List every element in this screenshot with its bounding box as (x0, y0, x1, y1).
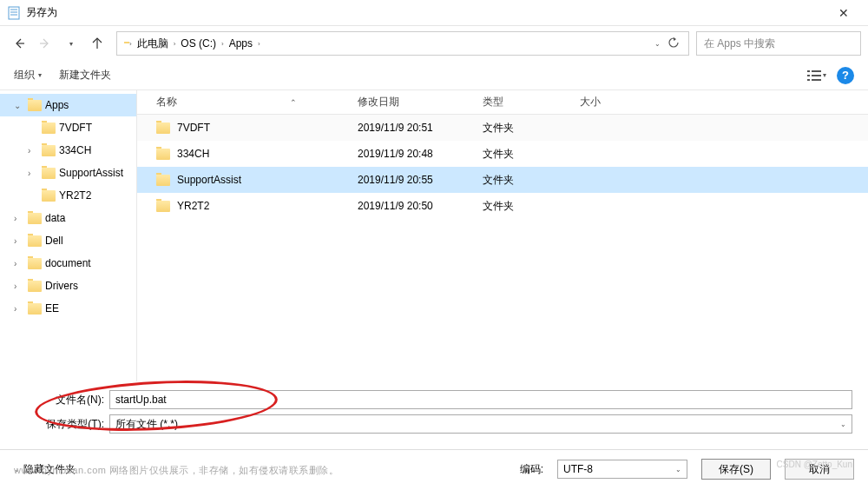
chevron-right-icon: › (221, 40, 224, 48)
filename-input[interactable]: startUp.bat (109, 390, 852, 409)
file-type: 文件夹 (483, 121, 580, 136)
encoding-select[interactable]: UTF-8⌄ (557, 460, 687, 479)
breadcrumb-item[interactable]: Apps (226, 37, 256, 50)
file-list: 名称⌃ 修改日期 类型 大小 7VDFT2019/11/9 20:51文件夹33… (137, 90, 868, 381)
new-folder-button[interactable]: 新建文件夹 (59, 68, 111, 83)
svg-rect-9 (807, 75, 810, 76)
list-row[interactable]: YR2T22019/11/9 20:50文件夹 (137, 193, 868, 219)
folder-icon (28, 213, 42, 224)
folder-icon (156, 175, 170, 186)
save-form: 文件名(N): startUp.bat 保存类型(T): 所有文件 (*.*)⌄ (0, 381, 868, 440)
tree-item[interactable]: YR2T2 (0, 184, 136, 207)
column-name[interactable]: 名称⌃ (137, 95, 358, 109)
tree-item[interactable]: ›334CH (0, 139, 136, 162)
svg-rect-12 (812, 79, 821, 81)
file-date: 2019/11/9 20:55 (358, 174, 483, 186)
tree-label: data (45, 212, 65, 224)
expander-icon[interactable]: › (14, 236, 24, 246)
tree-item[interactable]: ⌄Apps (0, 94, 136, 116)
file-type: 文件夹 (483, 147, 580, 162)
filetype-label: 保存类型(T): (16, 417, 109, 432)
organize-button[interactable]: 组织 ▾ (14, 68, 42, 83)
folder-icon (42, 145, 56, 156)
folder-icon (156, 201, 170, 212)
sort-ascending-icon: ⌃ (290, 98, 297, 107)
refresh-icon[interactable] (667, 36, 680, 51)
folder-icon (156, 122, 170, 134)
folder-icon (28, 235, 42, 247)
save-button[interactable]: 保存(S) (701, 459, 771, 480)
filetype-select[interactable]: 所有文件 (*.*)⌄ (109, 414, 852, 434)
list-row[interactable]: 7VDFT2019/11/9 20:51文件夹 (137, 115, 868, 141)
file-name: 334CH (177, 148, 209, 160)
forward-button[interactable] (33, 31, 57, 56)
folder-icon (42, 190, 56, 202)
folder-icon (42, 122, 56, 134)
tree-label: Apps (45, 99, 69, 111)
file-name: YR2T2 (177, 200, 209, 212)
encoding-label: 编码: (520, 462, 543, 477)
expander-icon[interactable]: › (14, 281, 24, 291)
folder-icon (28, 258, 42, 269)
svg-rect-7 (807, 70, 810, 72)
watermark-credit: CSDN @Zetto_Kun (777, 460, 852, 469)
column-date[interactable]: 修改日期 (358, 95, 483, 109)
tree-item[interactable]: ›document (0, 252, 136, 275)
file-type: 文件夹 (483, 173, 580, 188)
expander-icon[interactable]: › (28, 169, 38, 178)
breadcrumb[interactable]: › 此电脑 › OS (C:) › Apps › ⌄ (116, 31, 689, 56)
folder-tree: ⌄Apps7VDFT›334CH›SupportAssistYR2T2›data… (0, 90, 137, 381)
folder-icon (28, 100, 42, 111)
expander-icon[interactable]: ⌄ (14, 101, 24, 110)
toolbar: 组织 ▾ 新建文件夹 ▾ ? (0, 61, 868, 90)
expander-icon[interactable]: › (28, 146, 38, 156)
svg-rect-0 (9, 7, 19, 19)
tree-item[interactable]: ›data (0, 207, 136, 229)
titlebar: 另存为 ✕ (0, 0, 868, 26)
tree-label: EE (45, 302, 59, 315)
watermark: www.toymoban.com 网络图片仅供展示，非存储，如有侵权请联系删除。 (14, 464, 339, 477)
recent-dropdown[interactable]: ▾ (59, 31, 83, 56)
tree-item[interactable]: ›Dell (0, 229, 136, 252)
tree-label: document (45, 257, 91, 269)
window-title: 另存为 (26, 5, 826, 20)
expander-icon[interactable]: › (14, 214, 24, 223)
file-date: 2019/11/9 20:48 (358, 148, 483, 160)
chevron-right-icon: › (174, 40, 176, 48)
filename-label: 文件名(N): (16, 393, 109, 407)
tree-item[interactable]: ›SupportAssist (0, 162, 136, 184)
tree-label: SupportAssist (59, 167, 123, 179)
search-placeholder: 在 Apps 中搜索 (704, 36, 775, 51)
view-options-button[interactable]: ▾ (807, 70, 826, 82)
breadcrumb-item[interactable]: 此电脑 (134, 36, 172, 51)
up-button[interactable] (85, 31, 109, 56)
column-type[interactable]: 类型 (483, 95, 580, 109)
tree-label: Drivers (45, 280, 78, 292)
expander-icon[interactable]: › (14, 304, 24, 314)
search-input[interactable]: 在 Apps 中搜索 (696, 31, 861, 56)
column-size[interactable]: 大小 (580, 95, 667, 109)
navbar: ▾ › 此电脑 › OS (C:) › Apps › ⌄ 在 Apps 中搜索 (0, 26, 868, 61)
tree-item[interactable]: ›EE (0, 297, 136, 320)
tree-item[interactable]: ›Drivers (0, 275, 136, 297)
back-button[interactable] (7, 31, 31, 56)
list-row[interactable]: 334CH2019/11/9 20:48文件夹 (137, 141, 868, 167)
folder-icon (28, 303, 42, 315)
list-header: 名称⌃ 修改日期 类型 大小 (137, 90, 868, 115)
list-row[interactable]: SupportAssist2019/11/9 20:55文件夹 (137, 167, 868, 193)
chevron-right-icon: › (258, 40, 260, 48)
folder-icon (156, 149, 170, 160)
expander-icon[interactable]: › (14, 259, 24, 268)
file-date: 2019/11/9 20:50 (358, 200, 483, 212)
tree-item[interactable]: 7VDFT (0, 116, 136, 139)
folder-icon (42, 168, 56, 179)
breadcrumb-item[interactable]: OS (C:) (177, 37, 220, 50)
close-icon[interactable]: ✕ (826, 0, 861, 26)
chevron-down-icon[interactable]: ⌄ (654, 40, 661, 48)
svg-rect-10 (812, 75, 821, 76)
folder-icon (28, 281, 42, 292)
file-type: 文件夹 (483, 199, 580, 214)
chevron-down-icon: ⌄ (675, 466, 681, 473)
file-name: SupportAssist (177, 174, 241, 186)
help-icon[interactable]: ? (837, 67, 854, 84)
